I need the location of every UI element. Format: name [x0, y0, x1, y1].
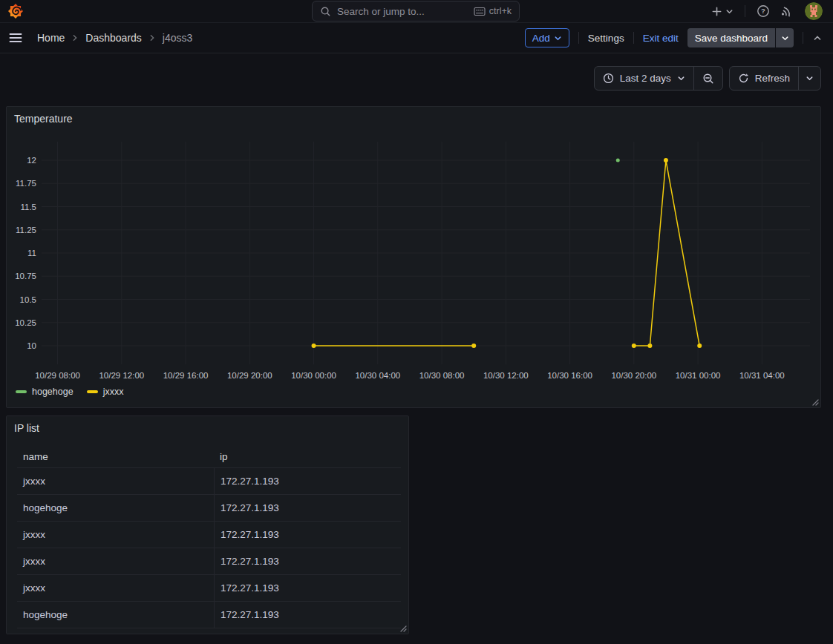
column-header-ip[interactable]: ip	[214, 451, 401, 462]
news-rss-icon	[780, 4, 795, 19]
divider	[803, 32, 803, 44]
search-icon	[320, 6, 331, 17]
refresh-icon	[738, 73, 749, 84]
refresh-interval-button[interactable]	[798, 67, 820, 90]
x-axis-tick-label: 10/30 16:00	[547, 371, 592, 380]
cell-ip: 172.27.1.193	[214, 495, 401, 521]
legend-item-jxxxx[interactable]: jxxxx	[87, 387, 124, 397]
table-row: jxxxx172.27.1.193	[17, 575, 401, 602]
add-button[interactable]: Add	[525, 28, 569, 47]
x-axis-tick-label: 10/30 12:00	[483, 371, 529, 380]
panel-ip-list-title[interactable]: IP list	[7, 416, 47, 434]
x-axis-tick-label: 10/29 12:00	[99, 371, 144, 380]
series-point-jxxxx	[664, 158, 668, 162]
refresh-label: Refresh	[755, 73, 790, 84]
plus-icon	[711, 6, 722, 17]
column-header-name[interactable]: name	[17, 451, 214, 462]
cell-ip: 172.27.1.193	[214, 602, 401, 628]
collapse-button[interactable]	[812, 33, 823, 43]
x-axis-tick-label: 10/29 20:00	[227, 371, 272, 380]
y-axis-tick-label: 11.75	[16, 179, 36, 188]
panel-resize-handle[interactable]	[399, 625, 407, 632]
refresh-group: Refresh	[729, 66, 821, 91]
table-row: jxxxx172.27.1.193	[17, 522, 401, 548]
x-axis-tick-label: 10/31 00:00	[676, 371, 721, 380]
topbar-right: ?	[711, 2, 823, 20]
series-point-hogehoge	[616, 159, 620, 162]
save-dashboard-caret-button[interactable]	[776, 28, 794, 47]
zoom-out-button[interactable]	[693, 67, 722, 90]
breadcrumb: Home Dashboards j4oss3	[37, 32, 192, 44]
x-axis-tick-label: 10/30 04:00	[355, 371, 400, 380]
x-axis-tick-label: 10/30 00:00	[291, 371, 336, 380]
legend-item-hogehoge[interactable]: hogehoge	[16, 387, 74, 397]
cell-ip: 172.27.1.193	[214, 575, 401, 601]
help-button[interactable]: ?	[757, 4, 770, 18]
y-axis-tick-label: 10.75	[15, 272, 36, 280]
chevron-up-icon	[812, 33, 823, 43]
x-axis-tick-label: 10/29 16:00	[163, 371, 209, 380]
legend-label: hogehoge	[32, 387, 74, 397]
chevron-down-icon	[806, 74, 814, 82]
breadcrumb-home[interactable]: Home	[37, 32, 65, 44]
nav-actions: Add Settings Exit edit Save dashboard	[525, 28, 823, 47]
shortcut-label: ctrl+k	[489, 6, 512, 16]
y-axis-tick-label: 12	[27, 156, 36, 165]
clock-icon	[603, 73, 614, 84]
save-dashboard-group: Save dashboard	[687, 28, 794, 47]
series-point-jxxxx	[471, 344, 476, 348]
legend-color-swatch	[16, 390, 27, 393]
cell-ip: 172.27.1.193	[214, 522, 401, 548]
x-axis-tick-label: 10/31 04:00	[739, 371, 785, 380]
dashboard-toolbar: Last 2 days Refresh	[594, 66, 821, 91]
table-row: jxxxx172.27.1.193	[17, 468, 401, 495]
menu-toggle-button[interactable]	[9, 31, 22, 45]
time-series-chart[interactable]: 1211.7511.511.251110.7510.510.251010/29 …	[7, 137, 820, 384]
divider	[578, 32, 579, 44]
x-axis-tick-label: 10/29 08:00	[35, 371, 80, 380]
search-shortcut: ctrl+k	[474, 6, 512, 16]
panel-ip-list: IP list name ip jxxxx172.27.1.193hogehog…	[6, 415, 409, 634]
top-bar: Search or jump to... ctrl+k ?	[0, 0, 833, 23]
settings-button[interactable]: Settings	[588, 33, 624, 44]
nav-bar: Home Dashboards j4oss3 Add Settings Exit…	[0, 23, 833, 53]
cell-name: jxxxx	[17, 575, 214, 601]
exit-edit-button[interactable]: Exit edit	[643, 33, 679, 44]
search-placeholder: Search or jump to...	[337, 6, 474, 17]
chevron-down-icon	[781, 34, 789, 42]
y-axis-tick-label: 10.5	[20, 295, 36, 304]
svg-text:?: ?	[761, 7, 765, 15]
zoom-out-icon	[702, 73, 714, 85]
save-dashboard-button[interactable]: Save dashboard	[687, 28, 775, 47]
breadcrumb-dashboards[interactable]: Dashboards	[85, 32, 142, 44]
time-range-group: Last 2 days	[594, 66, 723, 91]
news-button[interactable]	[781, 5, 794, 18]
time-range-label: Last 2 days	[620, 73, 671, 84]
ip-table-body: jxxxx172.27.1.193hogehoge172.27.1.193jxx…	[17, 468, 401, 628]
cell-name: jxxxx	[17, 468, 214, 494]
x-axis-tick-label: 10/30 20:00	[611, 371, 656, 380]
series-point-jxxxx	[697, 344, 702, 348]
keyboard-icon	[474, 7, 486, 16]
refresh-button[interactable]: Refresh	[730, 67, 798, 90]
cell-name: hogehoge	[17, 495, 214, 521]
panel-temperature-title[interactable]: Temperature	[7, 107, 80, 125]
panel-resize-handle[interactable]	[811, 398, 819, 406]
chart-legend: hogehogejxxxx	[16, 387, 123, 397]
help-icon: ?	[757, 4, 770, 18]
time-range-button[interactable]: Last 2 days	[595, 67, 693, 90]
divider	[745, 5, 745, 17]
new-button[interactable]	[711, 6, 734, 17]
chevron-down-icon	[725, 7, 734, 16]
user-avatar[interactable]	[805, 2, 823, 20]
ip-table: name ip jxxxx172.27.1.193hogehoge172.27.…	[17, 446, 401, 628]
hamburger-icon	[9, 31, 22, 45]
divider	[633, 32, 634, 44]
y-axis-tick-label: 10	[27, 341, 36, 350]
grafana-logo[interactable]	[7, 3, 24, 19]
avatar-image	[805, 2, 823, 20]
y-axis-tick-label: 10.25	[15, 318, 36, 327]
search-input[interactable]: Search or jump to... ctrl+k	[312, 1, 520, 22]
legend-color-swatch	[87, 390, 98, 393]
chevron-right-icon	[148, 34, 156, 42]
